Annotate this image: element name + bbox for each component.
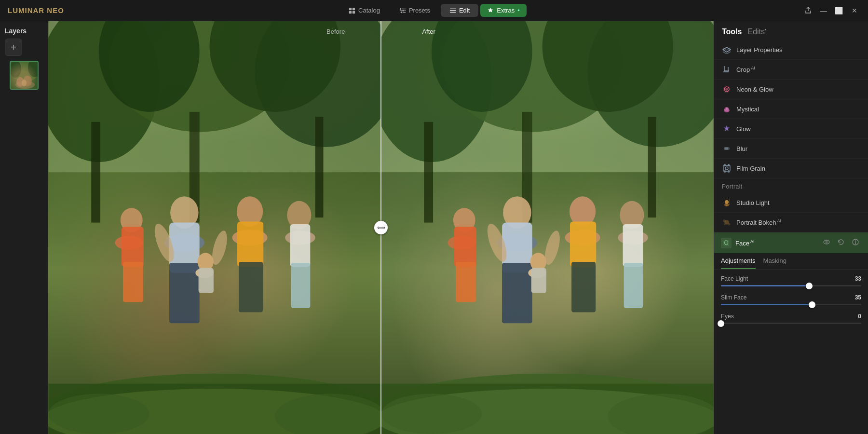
svg-rect-36 (169, 263, 200, 323)
svg-point-97 (726, 108, 728, 109)
before-photo-svg (48, 21, 381, 434)
svg-point-111 (728, 223, 730, 225)
studio-light-icon (722, 198, 732, 207)
slim-face-thumb[interactable] (809, 301, 815, 308)
film-icon (722, 163, 732, 173)
adjustment-tabs: Adjustments Masking (714, 253, 868, 270)
tool-action-buttons (821, 237, 861, 248)
svg-rect-12 (450, 10, 456, 11)
svg-rect-2 (349, 11, 352, 13)
after-photo-svg (381, 21, 714, 434)
svg-point-18 (15, 81, 35, 89)
svg-rect-50 (290, 224, 311, 267)
svg-point-9 (401, 11, 403, 13)
split-handle[interactable] (374, 221, 388, 234)
maximize-button[interactable]: ⬜ (833, 5, 845, 16)
svg-point-55 (49, 393, 149, 434)
glow-label: Glow (736, 125, 751, 133)
layers-icon (722, 45, 732, 54)
svg-point-19 (16, 77, 24, 87)
neon-icon (722, 84, 732, 94)
crop-item[interactable]: Crop AI (714, 60, 868, 80)
active-tool-name: Face AI (735, 239, 817, 247)
adjustments-tab[interactable]: Adjustments (721, 257, 756, 269)
eyes-label-row: Eyes 0 (721, 313, 861, 320)
svg-point-107 (725, 200, 729, 204)
film-grain-item[interactable]: Film Grain (714, 159, 868, 178)
svg-point-100 (727, 147, 730, 150)
edits-tab[interactable]: Edits• (747, 27, 766, 36)
svg-rect-101 (723, 165, 730, 171)
layer-thumb-preview (11, 62, 38, 89)
svg-rect-13 (450, 12, 456, 12)
layer-properties-item[interactable]: Layer Properties (714, 40, 868, 60)
svg-rect-85 (623, 224, 643, 267)
slim-face-label-row: Slim Face 35 (721, 294, 861, 301)
svg-rect-74 (454, 227, 476, 267)
mystical-item[interactable]: Mystical (714, 99, 868, 119)
info-button[interactable] (850, 237, 861, 248)
edit-tab[interactable]: Edit (441, 4, 478, 17)
eyes-track[interactable] (721, 323, 861, 324)
svg-rect-81 (570, 221, 596, 267)
svg-rect-86 (624, 263, 643, 308)
face-light-track[interactable] (721, 285, 861, 286)
edit-icon (449, 7, 456, 14)
canvas-area: Before After (48, 21, 714, 434)
blur-item[interactable]: Blur (714, 139, 868, 159)
eye-button[interactable] (821, 237, 832, 248)
layer-thumbnail[interactable] (10, 61, 39, 90)
blur-icon (722, 144, 732, 153)
studio-light-item[interactable]: Studio Light (714, 193, 868, 213)
film-grain-label: Film Grain (736, 165, 765, 172)
face-tool-active[interactable]: Face AI (714, 232, 868, 253)
minimize-button[interactable]: — (818, 5, 829, 16)
svg-point-112 (724, 224, 726, 225)
slim-face-track[interactable] (721, 304, 861, 305)
svg-rect-14 (11, 62, 39, 90)
svg-rect-65 (648, 117, 656, 217)
glow-item[interactable]: Glow (714, 119, 868, 139)
neon-glow-item[interactable]: Neon & Glow (714, 80, 868, 99)
svg-point-110 (723, 220, 726, 222)
nav-tabs: Catalog Presets Edit Extras • (340, 4, 527, 17)
masking-tab[interactable]: Masking (763, 257, 787, 269)
svg-rect-78 (531, 268, 546, 293)
blur-label: Blur (736, 145, 747, 152)
crop-icon (722, 65, 732, 74)
face-light-label: Face Light (721, 275, 748, 282)
slim-face-slider-row: Slim Face 35 (721, 294, 861, 305)
mystical-label: Mystical (736, 106, 759, 113)
before-image (48, 21, 381, 434)
svg-rect-71 (502, 263, 532, 323)
app-logo: LUMINAR NEO (8, 6, 64, 14)
face-light-label-row: Face Light 33 (721, 275, 861, 282)
face-light-thumb[interactable] (806, 283, 813, 289)
sliders-section: Face Light 33 Slim Face 35 (714, 270, 868, 334)
presets-tab[interactable]: Presets (391, 4, 439, 17)
after-image (381, 21, 714, 434)
layer-properties-label: Layer Properties (736, 46, 782, 54)
titlebar: LUMINAR NEO Catalog Presets Edit Extras … (0, 0, 868, 21)
layers-panel: Layers + (0, 21, 48, 434)
svg-rect-82 (571, 262, 596, 312)
share-button[interactable] (802, 5, 814, 16)
svg-rect-39 (122, 227, 144, 267)
tools-tab[interactable]: Tools (722, 27, 742, 36)
catalog-icon (349, 7, 355, 14)
slim-face-fill (721, 304, 812, 305)
crop-label: Crop AI (736, 66, 755, 73)
portrait-bokeh-item[interactable]: Portrait Bokeh AI (714, 213, 868, 232)
face-active-icon (721, 238, 732, 248)
svg-point-4 (400, 8, 402, 10)
reset-button[interactable] (835, 237, 847, 248)
catalog-tab[interactable]: Catalog (340, 4, 389, 17)
add-layer-button[interactable]: + (5, 39, 22, 56)
close-button[interactable]: ✕ (849, 5, 860, 16)
extras-button[interactable]: Extras • (480, 4, 526, 17)
svg-rect-63 (424, 122, 433, 223)
eyes-value: 0 (858, 313, 861, 320)
main-layout: Layers + Before After (0, 21, 868, 434)
eyes-thumb[interactable] (718, 320, 724, 327)
face-light-slider-row: Face Light 33 (721, 275, 861, 286)
